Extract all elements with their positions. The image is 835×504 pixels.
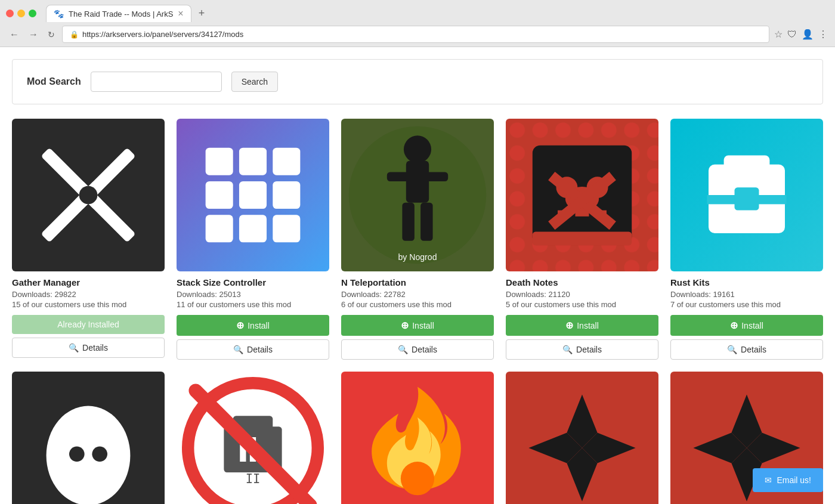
mod-card: by Nogrod N TeleportationDownloads: 2278… [341, 119, 494, 360]
page-content: Mod Search Search Gather ManagerDownload… [0, 47, 835, 504]
mod-card: Death NotesDownloads: 211205 of our cust… [506, 119, 658, 360]
window-controls [6, 10, 36, 17]
mod-downloads: Downloads: 21120 [506, 290, 658, 299]
mod-downloads: Downloads: 25013 [177, 290, 329, 299]
mod-name: Gather Manager [12, 277, 165, 287]
details-button[interactable]: 🔍 Details [177, 339, 329, 360]
svg-rect-41 [735, 187, 759, 210]
search-icon: 🔍 [233, 345, 243, 354]
svg-rect-8 [239, 148, 267, 175]
search-icon: 🔍 [398, 345, 408, 354]
mod-name: Stack Size Controller [177, 277, 329, 287]
install-button[interactable]: ⊕ Install [341, 315, 494, 336]
search-container: Mod Search Search [12, 59, 823, 104]
install-button[interactable]: ⊕ Install [506, 315, 658, 336]
svg-rect-39 [724, 155, 770, 171]
svg-text:by Nogrod: by Nogrod [398, 252, 437, 262]
forward-button[interactable]: → [26, 27, 41, 42]
address-actions: ☆ 🛡 👤 ⋮ [774, 29, 828, 40]
svg-rect-13 [206, 215, 233, 242]
svg-rect-10 [206, 181, 233, 209]
mod-downloads: Downloads: 19161 [670, 290, 823, 299]
close-window-button[interactable] [6, 10, 14, 17]
svg-rect-22 [420, 203, 432, 241]
mod-card: R-Remover ToolDownloads: 132006 of our c… [506, 372, 658, 504]
search-label: Mod Search [27, 76, 81, 87]
plus-icon: ⊕ [401, 320, 409, 331]
svg-rect-21 [402, 203, 414, 241]
security-button[interactable]: 🛡 [787, 29, 797, 40]
mod-image [506, 119, 658, 271]
svg-point-43 [47, 406, 131, 504]
mod-card: VanishDownloads: 178404 of our customers… [12, 372, 165, 504]
details-button[interactable]: 🔍 Details [506, 339, 658, 360]
plus-icon: ⊕ [730, 320, 738, 331]
svg-rect-14 [239, 215, 267, 242]
svg-text:II: II [246, 472, 261, 486]
search-button[interactable]: Search [231, 72, 278, 92]
mod-customers: 7 of our customers use this mod [670, 300, 823, 309]
details-button[interactable]: 🔍 Details [341, 339, 494, 360]
svg-rect-9 [273, 148, 300, 175]
mod-image [506, 372, 658, 504]
details-button[interactable]: 🔍 Details [670, 339, 823, 360]
svg-rect-7 [206, 148, 233, 175]
svg-rect-11 [239, 181, 267, 209]
bookmark-button[interactable]: ☆ [774, 29, 783, 40]
mod-card: II No Give NoticesDownloads: 157823 of o… [177, 372, 329, 504]
svg-point-18 [404, 135, 431, 163]
url-text: https://arkservers.io/panel/servers/3412… [82, 30, 243, 39]
tab-close-button[interactable]: × [178, 9, 183, 18]
plus-icon: ⊕ [565, 320, 573, 331]
install-button[interactable]: ⊕ Install [177, 315, 329, 336]
profile-button[interactable]: 👤 [802, 29, 814, 40]
browser-chrome: 🐾 The Raid Trade -- Mods | ArkS × + ← → … [0, 0, 835, 47]
search-icon: 🔍 [562, 345, 573, 354]
mod-name: Death Notes [506, 277, 658, 287]
new-tab-button[interactable]: + [194, 5, 210, 22]
search-input[interactable] [91, 72, 222, 92]
search-icon: 🔍 [69, 343, 79, 353]
mod-image: II [177, 372, 329, 504]
svg-point-45 [69, 446, 85, 462]
tab-favicon: 🐾 [54, 9, 64, 18]
active-tab[interactable]: 🐾 The Raid Trade -- Mods | ArkS × [46, 5, 191, 22]
search-icon: 🔍 [727, 345, 737, 354]
details-button[interactable]: 🔍 Details [12, 338, 165, 358]
lock-icon: 🔒 [70, 30, 79, 39]
mod-card: Stack Size ControllerDownloads: 2501311 … [177, 119, 329, 360]
mod-grid: Gather ManagerDownloads: 2982215 of our … [12, 119, 823, 504]
reload-button[interactable]: ↻ [45, 27, 57, 42]
maximize-window-button[interactable] [29, 10, 36, 17]
already-installed-button: Already Installed [12, 315, 165, 334]
menu-button[interactable]: ⋮ [818, 29, 828, 40]
mod-image [12, 119, 165, 271]
svg-point-56 [401, 462, 434, 495]
mod-name: Rust Kits [670, 277, 823, 287]
mod-customers: 11 of our customers use this mod [177, 300, 329, 309]
mod-card: Rust KitsDownloads: 191617 of our custom… [670, 119, 823, 360]
mod-downloads: Downloads: 22782 [341, 290, 494, 299]
mod-image [12, 372, 165, 504]
mod-image: by Nogrod [341, 119, 494, 271]
svg-point-46 [92, 446, 107, 462]
mod-image [670, 119, 823, 271]
mod-customers: 5 of our customers use this mod [506, 300, 658, 309]
mod-downloads: Downloads: 29822 [12, 290, 165, 299]
email-icon: ✉ [765, 475, 772, 485]
mod-name: N Teleportation [341, 277, 494, 287]
address-bar: ← → ↻ 🔒 https://arkservers.io/panel/serv… [0, 22, 835, 47]
install-button[interactable]: ⊕ Install [670, 315, 823, 336]
url-field[interactable]: 🔒 https://arkservers.io/panel/servers/34… [62, 26, 769, 43]
svg-rect-19 [406, 160, 429, 202]
tab-bar: 🐾 The Raid Trade -- Mods | ArkS × + [0, 0, 835, 22]
svg-rect-12 [273, 181, 300, 209]
back-button[interactable]: ← [7, 27, 21, 42]
mod-card: Quick SmeltDownloads: 149015 of our cust… [341, 372, 494, 504]
minimize-window-button[interactable] [17, 10, 25, 17]
svg-rect-36 [533, 231, 632, 245]
tab-title: The Raid Trade -- Mods | ArkS [69, 10, 173, 18]
email-us-button[interactable]: ✉ Email us! [753, 468, 823, 492]
mod-customers: 6 of our customers use this mod [341, 300, 494, 309]
mod-image [177, 119, 329, 271]
